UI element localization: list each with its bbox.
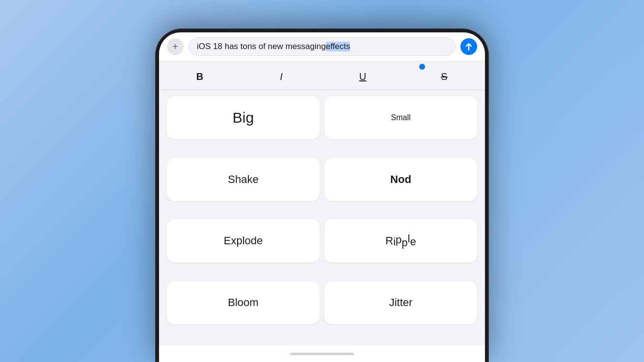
send-icon <box>464 42 473 51</box>
effect-big-label: Big <box>233 109 254 126</box>
phone-screen: + iOS 18 has tons of new messaging effec… <box>159 32 485 362</box>
ripple-text: R i p p l e <box>385 234 416 247</box>
strikethrough-button[interactable]: S <box>433 68 455 85</box>
ripple-e: e <box>410 235 416 248</box>
phone-frame: + iOS 18 has tons of new messaging effec… <box>155 28 489 362</box>
effect-shake-label: Shake <box>228 173 258 186</box>
home-indicator <box>159 345 485 362</box>
format-bar: B I U S <box>159 61 485 90</box>
effect-shake[interactable]: Shake <box>167 158 320 201</box>
effect-explode-label: Explode <box>224 234 263 247</box>
ripple-r: R <box>385 234 393 247</box>
cursor-handle-bottom <box>419 64 425 70</box>
effect-nod[interactable]: Nod <box>324 158 477 201</box>
message-input[interactable]: iOS 18 has tons of new messaging effects <box>188 37 456 56</box>
effect-ripple[interactable]: R i p p l e <box>324 219 477 262</box>
effect-small-label: Small <box>391 113 410 122</box>
ripple-p2: p <box>402 236 407 249</box>
effect-nod-label: Nod <box>390 173 411 186</box>
effect-bloom[interactable]: Bloom <box>167 281 320 324</box>
add-button[interactable]: + <box>167 38 184 55</box>
effect-bloom-label: Bloom <box>228 296 258 309</box>
underline-button[interactable]: U <box>352 68 374 85</box>
effects-grid: Big Small Shake Nod Explode <box>159 90 485 345</box>
message-input-wrapper: iOS 18 has tons of new messaging effects <box>188 37 456 56</box>
effect-jitter[interactable]: Jitter <box>324 281 477 324</box>
effect-jitter-label: Jitter <box>389 296 413 309</box>
ripple-p1: p <box>396 233 402 246</box>
message-text-before: iOS 18 has tons of new messaging <box>197 42 326 52</box>
message-bar: + iOS 18 has tons of new messaging effec… <box>159 32 485 61</box>
message-text-selected: effects <box>326 42 350 52</box>
home-bar <box>290 353 354 355</box>
effect-small[interactable]: Small <box>324 96 477 139</box>
effect-explode[interactable]: Explode <box>167 219 320 262</box>
bold-button[interactable]: B <box>189 68 211 85</box>
effect-ripple-label: R i p p l e <box>385 234 416 247</box>
effect-big[interactable]: Big <box>167 96 320 139</box>
italic-button[interactable]: I <box>270 68 292 85</box>
send-button[interactable] <box>460 38 477 55</box>
